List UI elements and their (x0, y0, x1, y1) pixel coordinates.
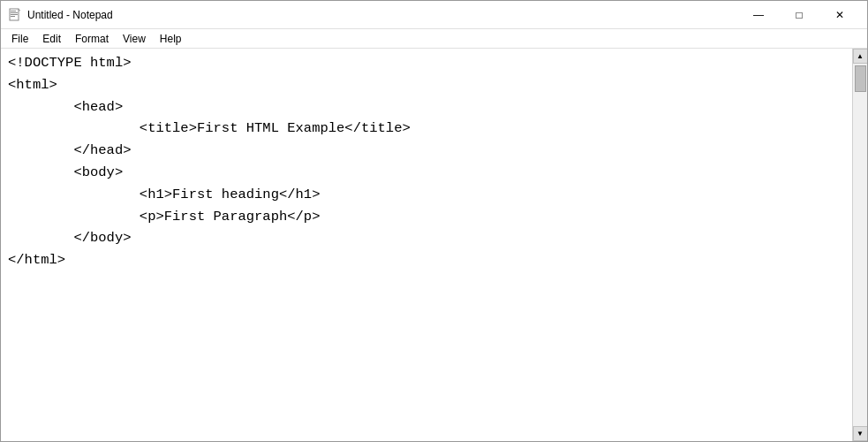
notepad-icon (8, 8, 22, 22)
menu-bar: File Edit Format View Help (1, 29, 867, 49)
window-title: Untitled - Notepad (27, 9, 113, 21)
svg-rect-2 (11, 12, 18, 13)
title-bar-left: Untitled - Notepad (8, 8, 113, 22)
svg-rect-4 (11, 16, 15, 17)
close-button[interactable]: ✕ (819, 1, 860, 29)
minimize-button[interactable]: — (738, 1, 779, 29)
menu-item-help[interactable]: Help (153, 29, 189, 49)
notepad-window: Untitled - Notepad — □ ✕ File Edit Forma… (0, 0, 868, 442)
maximize-button[interactable]: □ (779, 1, 819, 29)
scroll-up-button[interactable]: ▲ (853, 49, 868, 64)
scroll-track[interactable] (853, 64, 868, 426)
editor-textarea[interactable] (1, 49, 852, 441)
scrollbar[interactable]: ▲ ▼ (852, 49, 867, 441)
title-bar: Untitled - Notepad — □ ✕ (1, 1, 867, 29)
scroll-down-button[interactable]: ▼ (853, 426, 868, 441)
menu-item-view[interactable]: View (116, 29, 153, 49)
svg-marker-5 (19, 9, 20, 11)
menu-item-edit[interactable]: Edit (35, 29, 68, 49)
svg-rect-3 (11, 14, 18, 15)
menu-item-file[interactable]: File (4, 29, 35, 49)
scroll-thumb[interactable] (855, 65, 866, 92)
svg-rect-1 (11, 11, 16, 11)
menu-item-format[interactable]: Format (68, 29, 116, 49)
title-bar-controls: — □ ✕ (738, 1, 860, 29)
content-area: ▲ ▼ (1, 49, 867, 441)
